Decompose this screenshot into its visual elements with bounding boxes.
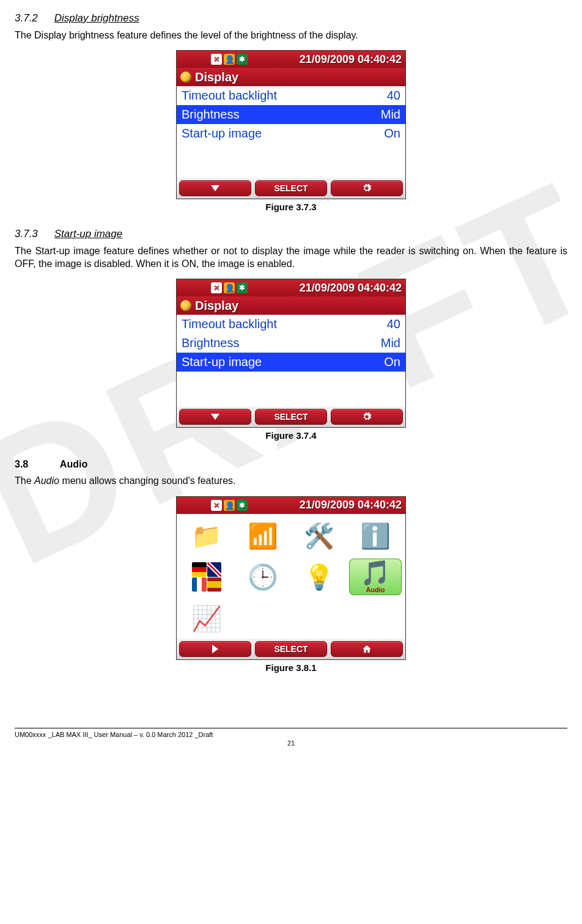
list-item-value: 40 — [387, 317, 400, 331]
menu-display-icon[interactable]: 💡 — [293, 559, 345, 595]
text-run: menu allows changing sound's features. — [59, 475, 236, 486]
tools-icon: 🛠️ — [304, 524, 334, 548]
folder-icon: 📁 — [191, 524, 222, 548]
screen-title-bar: Display — [177, 296, 405, 315]
menu-info-icon[interactable]: ℹ️ — [349, 518, 402, 554]
flags-icon — [192, 562, 221, 592]
heading-title: Audio — [60, 459, 87, 469]
para-3-8: The Audio menu allows changing sound's f… — [15, 475, 567, 487]
list-item-value: Mid — [381, 108, 400, 122]
gear-icon — [362, 412, 372, 422]
menu-audio-icon[interactable]: 🎵 Audio — [349, 559, 402, 595]
soft-key-bar: SELECT — [177, 178, 405, 199]
rfid-icon: 📶 — [248, 524, 278, 548]
menu-empty — [349, 600, 402, 637]
soft-key-left[interactable] — [179, 409, 251, 425]
menu-language-icon[interactable] — [180, 559, 233, 595]
menu-stats-icon[interactable]: 📈 — [180, 600, 233, 637]
status-bar: ✕ 👤 ✱ 21/09/2009 04:40:42 — [177, 279, 405, 296]
list-item[interactable]: Brightness Mid — [177, 334, 405, 353]
bulb-icon: 💡 — [304, 565, 334, 589]
menu-datetime-icon[interactable]: 🕒 — [237, 559, 289, 595]
list-item[interactable]: Start-up image On — [177, 353, 405, 372]
soft-key-left[interactable] — [179, 180, 251, 196]
list-item-label: Start-up image — [182, 355, 262, 369]
soft-key-bar: SELECT — [177, 639, 405, 659]
status-bar: ✕ 👤 ✱ 21/09/2009 04:40:42 — [177, 51, 405, 68]
arrow-right-icon — [212, 645, 218, 653]
pin-icon — [180, 72, 191, 82]
music-icon: 🎵 — [360, 560, 391, 585]
status-bluetooth-icon: ✱ — [237, 500, 248, 511]
menu-empty — [237, 600, 289, 637]
list-item-label: Brightness — [182, 336, 240, 350]
heading-num: 3.7.2 — [15, 12, 51, 24]
list-item-value: On — [384, 355, 400, 369]
device-screenshot-3-8-1: ✕ 👤 ✱ 21/09/2009 04:40:42 📁 📶 🛠️ ℹ️ 🕒 💡 — [176, 496, 406, 660]
figure-caption: Figure 3.8.1 — [15, 662, 567, 673]
text-italic: Audio — [34, 475, 59, 486]
soft-key-label: SELECT — [274, 183, 308, 193]
soft-key-left[interactable] — [179, 641, 251, 657]
device-screenshot-3-7-3: ✕ 👤 ✱ 21/09/2009 04:40:42 Display Timeou… — [176, 50, 406, 199]
status-warn-icon: 👤 — [224, 282, 235, 293]
pin-icon — [180, 300, 191, 311]
list-item[interactable]: Timeout backlight 40 — [177, 315, 405, 334]
chart-icon: 📈 — [191, 606, 222, 631]
menu-folder-icon[interactable]: 📁 — [180, 518, 233, 554]
footer-text: UM00xxxx _LAB MAX III_ User Manual – v. … — [15, 731, 567, 738]
list-item-value: 40 — [387, 89, 400, 103]
text-run: The — [15, 475, 34, 486]
menu-empty — [293, 600, 345, 637]
menu-tools-icon[interactable]: 🛠️ — [293, 518, 345, 554]
heading-3-7-3: 3.7.3 Start-up image — [15, 228, 567, 240]
screen-title-bar: Display — [177, 68, 405, 86]
list-item-label: Start-up image — [182, 127, 262, 141]
menu-rfid-icon[interactable]: 📶 — [237, 518, 289, 554]
heading-3-7-2: 3.7.2 Display brightness — [15, 12, 567, 24]
status-bar: ✕ 👤 ✱ 21/09/2009 04:40:42 — [177, 497, 405, 514]
heading-title: Start-up image — [54, 228, 123, 240]
heading-num: 3.7.3 — [15, 228, 51, 240]
clock-icon: 🕒 — [248, 565, 278, 589]
soft-key-right[interactable] — [331, 641, 403, 657]
display-menu-list: Timeout backlight 40 Brightness Mid Star… — [177, 86, 405, 178]
list-item-label: Timeout backlight — [182, 89, 277, 103]
status-datetime: 21/09/2009 04:40:42 — [300, 499, 402, 512]
status-bluetooth-icon: ✱ — [237, 54, 248, 65]
device-screenshot-3-7-4: ✕ 👤 ✱ 21/09/2009 04:40:42 Display Timeou… — [176, 279, 406, 428]
soft-key-label: SELECT — [274, 644, 308, 654]
arrow-down-icon — [211, 185, 219, 191]
heading-3-8: 3.8 Audio — [15, 459, 567, 470]
screen-title: Display — [195, 70, 238, 84]
status-card-icon: ✕ — [211, 54, 222, 65]
status-bluetooth-icon: ✱ — [237, 282, 248, 293]
soft-key-label: SELECT — [274, 412, 308, 422]
status-datetime: 21/09/2009 04:40:42 — [300, 53, 402, 66]
list-item[interactable]: Timeout backlight 40 — [177, 86, 405, 105]
list-item-label: Timeout backlight — [182, 317, 277, 331]
page-number: 21 — [15, 739, 567, 747]
screen-title: Display — [195, 299, 238, 313]
figure-caption: Figure 3.7.4 — [15, 430, 567, 441]
para-3-7-2: The Display brightness feature defines t… — [15, 29, 567, 42]
status-card-icon: ✕ — [211, 282, 222, 293]
status-card-icon: ✕ — [211, 500, 222, 511]
status-warn-icon: 👤 — [224, 54, 235, 65]
soft-key-right[interactable] — [331, 180, 403, 196]
menu-audio-label: Audio — [366, 586, 385, 593]
list-item-value: Mid — [381, 336, 400, 350]
soft-key-middle[interactable]: SELECT — [255, 641, 327, 657]
home-icon — [362, 644, 372, 654]
list-item[interactable]: Start-up image On — [177, 124, 405, 143]
list-item[interactable]: Brightness Mid — [177, 105, 405, 124]
gear-icon — [362, 183, 372, 193]
list-item-label: Brightness — [182, 108, 240, 122]
figure-caption: Figure 3.7.3 — [15, 202, 567, 212]
soft-key-middle[interactable]: SELECT — [255, 180, 327, 196]
soft-key-right[interactable] — [331, 409, 403, 425]
heading-title: Display brightness — [54, 12, 139, 24]
heading-num: 3.8 — [15, 459, 57, 470]
soft-key-middle[interactable]: SELECT — [255, 409, 327, 425]
display-menu-list: Timeout backlight 40 Brightness Mid Star… — [177, 315, 405, 406]
